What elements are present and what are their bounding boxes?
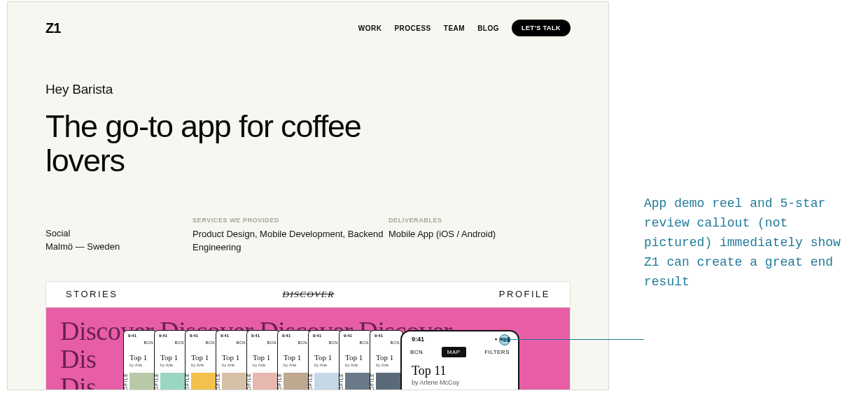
- tab-profile[interactable]: PROFILE: [499, 289, 550, 299]
- phone-title: Top 1: [191, 353, 209, 362]
- phone-title: Top 1: [130, 353, 147, 362]
- phone-thumb: [314, 373, 341, 390]
- site-header: Z1 WORK PROCESS TEAM BLOG LET'S TALK: [8, 2, 608, 41]
- filters-label[interactable]: FILTERS: [484, 349, 510, 355]
- nav-team[interactable]: TEAM: [444, 24, 465, 32]
- phone-title: Top 1: [222, 353, 239, 362]
- phone-mockup: 9:41 BCN Top 1 by Arle PROFILE: [339, 330, 372, 390]
- lets-talk-button[interactable]: LET'S TALK: [512, 20, 570, 36]
- phone-city: BCN: [144, 341, 153, 345]
- phone-side-label: PROFILE: [154, 373, 159, 390]
- phone-mockup: 9:41 BCN Top 1 by Arle PROFILE: [308, 330, 342, 390]
- phone-side-label: PROFILE: [185, 373, 190, 390]
- services-value: Product Design, Mobile Development, Back…: [192, 228, 388, 255]
- phone-thumb: [130, 373, 156, 390]
- phone-city: BCN: [328, 341, 338, 345]
- phone-byline: by Arle: [376, 363, 388, 367]
- phone-byline: by Arle: [253, 363, 265, 367]
- phone-thumb: [345, 373, 372, 390]
- location: Malmö — Sweden: [46, 241, 192, 254]
- phone-time: 9:41: [313, 334, 321, 338]
- phone-time: 9:41: [251, 334, 260, 338]
- phone-byline: by Arle: [160, 363, 173, 367]
- phone-time: 9:41: [190, 334, 198, 338]
- phone-side-label: PROFILE: [339, 373, 344, 390]
- map-pill[interactable]: MAP: [442, 347, 466, 357]
- case-study-header: Hey Barista The go-to app for coffee lov…: [8, 41, 608, 255]
- phone-byline: by Arle: [130, 363, 142, 367]
- phone-strip: 9:41 BCN Top 1 by Arle PROFILE 9:41 BCN …: [123, 330, 517, 390]
- phone-mockup: 9:41 BCN Top 1 by Arle PROFILE: [154, 330, 188, 390]
- phone-byline: by Arle: [314, 363, 327, 367]
- phone-side-label: PROFILE: [123, 373, 128, 390]
- phone-thumb: [191, 373, 218, 390]
- phone-mockup: 9:41 BCN Top 1 by Arle PROFILE: [185, 330, 218, 390]
- phone-byline: by Arle: [222, 363, 234, 367]
- tab-discover[interactable]: DISCOVER: [283, 289, 335, 300]
- phone-city: BCN: [390, 341, 400, 345]
- phone-mockup: 9:41 BCN Top 1 by Arle PROFILE: [277, 330, 311, 390]
- phone-byline: by Arlene McCoy: [412, 379, 459, 386]
- page-frame: Z1 WORK PROCESS TEAM BLOG LET'S TALK Hey…: [7, 1, 609, 390]
- showcase-tabbar: STORIES DISCOVER PROFILE: [46, 282, 570, 308]
- phone-side-label: PROFILE: [246, 373, 251, 390]
- meta-row: Social Malmö — Sweden SERVICES WE PROVID…: [46, 217, 570, 255]
- phone-city: BCN: [205, 341, 215, 345]
- nav-work[interactable]: WORK: [358, 24, 382, 32]
- nav-blog[interactable]: BLOG: [477, 24, 499, 32]
- phone-title: Top 1: [376, 353, 393, 362]
- phone-city: BCN: [410, 349, 423, 355]
- tab-stories[interactable]: STORIES: [66, 289, 118, 299]
- phone-thumb: [222, 373, 248, 390]
- project-name: Hey Barista: [46, 82, 570, 97]
- phone-side-label: PROFILE: [216, 373, 220, 390]
- phone-mockup: 9:41 BCN Top 1 by Arle PROFILE: [370, 330, 403, 390]
- phone-city: BCN: [359, 341, 369, 345]
- annotation-text: App demo reel and 5-star review callout …: [644, 194, 854, 292]
- phone-time: 9:41: [412, 336, 424, 343]
- phone-time: 9:41: [282, 334, 290, 338]
- phone-city: BCN: [298, 341, 307, 345]
- annotation-marker: [499, 334, 510, 345]
- phone-mockup: 9:41 BCN Top 1 by Arle PROFILE: [246, 330, 280, 390]
- app-showcase: STORIES DISCOVER PROFILE Discover Discov…: [46, 281, 570, 390]
- services-label: SERVICES WE PROVIDED: [192, 217, 388, 224]
- category: Social: [46, 227, 192, 241]
- phone-thumb: [284, 373, 310, 390]
- phone-title: Top 1: [284, 353, 301, 362]
- phone-side-label: PROFILE: [277, 373, 282, 390]
- phone-city: BCN: [267, 341, 276, 345]
- phone-byline: by Arle: [191, 363, 204, 367]
- phone-title: Top 1: [314, 353, 332, 362]
- phone-time: 9:41: [220, 334, 229, 338]
- phone-title: Top 1: [345, 353, 363, 362]
- phone-title: Top 11: [412, 364, 447, 378]
- phone-city: BCN: [174, 341, 184, 345]
- phone-title: Top 1: [253, 353, 270, 362]
- phone-city: BCN: [236, 341, 246, 345]
- deliverables-value: Mobile App (iOS / Android): [388, 228, 570, 241]
- phone-thumb: [253, 373, 279, 390]
- nav-process[interactable]: PROCESS: [394, 24, 430, 32]
- phone-mockup: 9:41 BCN Top 1 by Arle PROFILE: [123, 330, 157, 390]
- logo[interactable]: Z1: [46, 20, 60, 36]
- phone-title: Top 1: [160, 353, 178, 362]
- primary-nav: WORK PROCESS TEAM BLOG LET'S TALK: [358, 20, 570, 36]
- phone-time: 9:41: [159, 334, 167, 338]
- phone-mockup: 9:41 BCN Top 1 by Arle PROFILE: [216, 330, 249, 390]
- phone-time: 9:41: [128, 334, 136, 338]
- page-title: The go-to app for coffee lovers: [46, 110, 410, 178]
- phone-thumb: [376, 373, 402, 390]
- phone-side-label: PROFILE: [308, 373, 313, 390]
- phone-thumb: [160, 373, 187, 390]
- phone-byline: by Arle: [284, 363, 296, 367]
- deliverables-label: DELIVERABLES: [388, 217, 570, 224]
- phone-time: 9:41: [344, 334, 352, 338]
- phone-byline: by Arle: [345, 363, 358, 367]
- phone-side-label: PROFILE: [370, 373, 374, 390]
- pink-backdrop: Discover Discover Discover Discover Dis …: [46, 308, 570, 390]
- annotation-leader-line: [504, 339, 644, 340]
- phone-time: 9:41: [374, 334, 383, 338]
